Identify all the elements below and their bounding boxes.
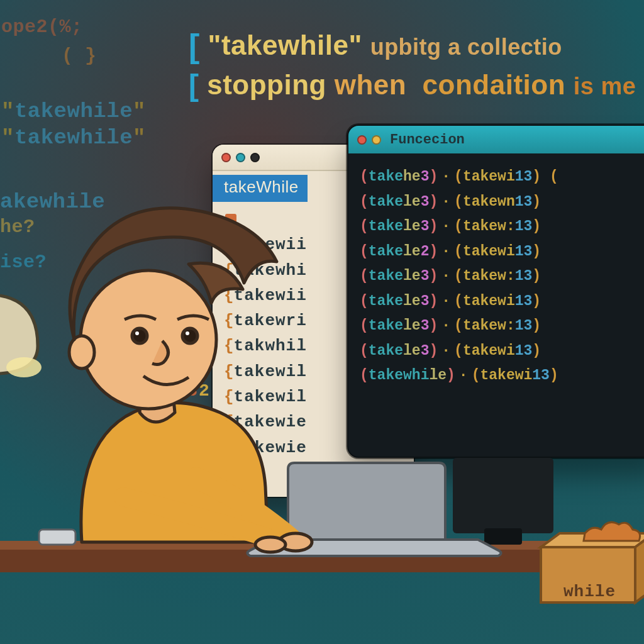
svg-rect-2 bbox=[453, 458, 553, 533]
svg-point-11 bbox=[186, 331, 189, 335]
svg-point-12 bbox=[279, 533, 312, 551]
bg-code-2: ( } bbox=[62, 45, 97, 67]
bg-code-mid: [0)332 bbox=[140, 381, 211, 401]
terminal-line: (takele3)·(takewn13) bbox=[360, 190, 644, 215]
headline: [ "takewhile" upbitg a collectio [ stopp… bbox=[189, 28, 636, 103]
svg-rect-4 bbox=[39, 530, 75, 545]
terminal-line: (takele3)·(takew:13) bbox=[360, 314, 644, 339]
svg-point-13 bbox=[255, 537, 286, 552]
file-icon bbox=[225, 214, 236, 225]
bg-code-6: he? bbox=[0, 216, 35, 238]
bg-code-3: "takewhile" bbox=[1, 99, 146, 123]
minimize-icon[interactable] bbox=[236, 153, 245, 162]
close-icon[interactable] bbox=[357, 135, 367, 145]
terminal-line: (takele2)·(takewi13) bbox=[360, 240, 644, 265]
terminal-window-right: Funcecion (takehe3)·(takewi13) ((takele3… bbox=[347, 125, 644, 458]
svg-rect-3 bbox=[484, 528, 522, 545]
terminal-line: (takele3)·(takew:13) bbox=[360, 214, 644, 240]
terminal-line: (takele3)·(takewi13) bbox=[360, 289, 644, 314]
bg-code-5: akewhile bbox=[0, 190, 105, 214]
bg-code-7: ise? bbox=[0, 252, 47, 273]
terminal-line: (takele3)·(takewi13) bbox=[360, 339, 644, 364]
window-title: Funcecion bbox=[390, 132, 465, 148]
svg-point-8 bbox=[132, 328, 147, 343]
terminal-line: (takehe3)·(takewi13) ( bbox=[360, 165, 644, 190]
bg-code-1: ope2(%; bbox=[1, 16, 83, 38]
terminal-line: (takele3)·(takew:13) bbox=[360, 264, 644, 289]
terminal-line: (takewhile)·(takewi13) bbox=[360, 364, 644, 389]
tab-takewhile[interactable]: takeWhile bbox=[213, 175, 308, 202]
bg-code-4: "takewhile" bbox=[1, 126, 146, 150]
svg-rect-1 bbox=[0, 541, 644, 550]
svg-point-6 bbox=[80, 270, 216, 409]
svg-point-10 bbox=[182, 328, 197, 343]
svg-point-5 bbox=[6, 357, 42, 377]
terminal-body: (takehe3)·(takewi13) ((takele3)·(takewn1… bbox=[348, 153, 644, 395]
svg-rect-0 bbox=[0, 547, 644, 572]
maximize-icon[interactable] bbox=[250, 153, 260, 162]
svg-point-9 bbox=[135, 331, 139, 335]
box-label: while bbox=[564, 582, 616, 601]
close-icon[interactable] bbox=[221, 153, 231, 162]
svg-point-7 bbox=[69, 336, 94, 369]
minimize-icon[interactable] bbox=[372, 135, 381, 145]
titlebar-right: Funcecion bbox=[348, 126, 644, 153]
